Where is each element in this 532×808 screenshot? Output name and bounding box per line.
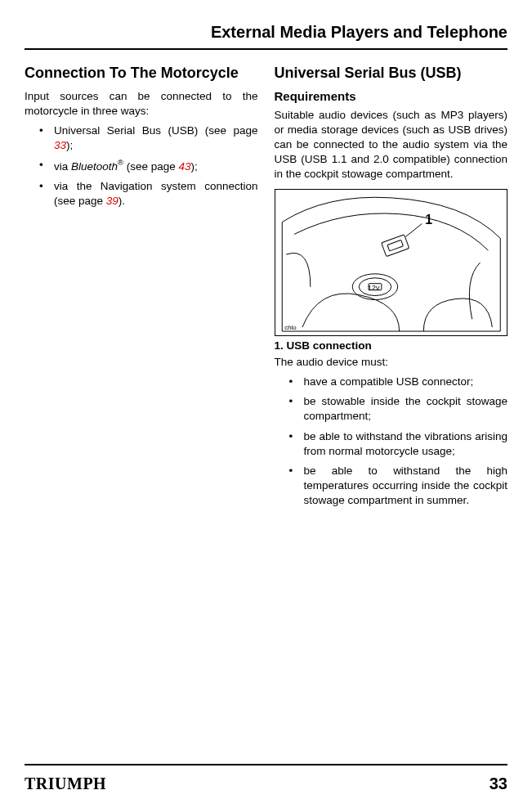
text: ); (191, 160, 198, 173)
triumph-logo: TRIUMPH (25, 774, 106, 793)
text: ). (118, 195, 125, 207)
figure-12v-label: 12v (368, 283, 380, 291)
page-header: External Media Players and Telephone (25, 23, 507, 42)
connection-item-bluetooth: via Bluetooth® (see page 43); (42, 158, 258, 174)
connection-item-usb: Universal Serial Bus (USB) (see page 33)… (42, 123, 258, 153)
right-column: Universal Serial Bus (USB) Requirements … (275, 65, 508, 514)
bluetooth-word: Bluetooth (71, 160, 118, 173)
requirements-heading: Requirements (275, 89, 508, 103)
header-rule (25, 48, 507, 50)
usb-figure: 1 12v chlo (275, 189, 508, 336)
requirements-list: have a compatible USB connector; be stow… (275, 375, 508, 509)
page-ref: 43 (179, 160, 191, 173)
left-heading: Connection To The Motorcycle (25, 65, 258, 83)
connection-list: Universal Serial Bus (USB) (see page 33)… (25, 123, 258, 209)
page: External Media Players and Telephone Con… (0, 0, 532, 808)
figure-callout-1: 1 (425, 212, 432, 226)
svg-rect-3 (381, 234, 409, 256)
connection-item-navigation: via the Navigation system connection (se… (42, 179, 258, 209)
requirement-item: have a compatible USB connector; (293, 375, 508, 389)
requirement-item: be stowable inside the cockpit stowage c… (293, 394, 508, 424)
text: via (54, 160, 71, 173)
page-ref: 39 (106, 195, 118, 207)
usb-diagram-svg: 1 12v chlo (275, 190, 507, 335)
right-heading: Universal Serial Bus (USB) (275, 65, 508, 83)
page-number: 33 (490, 774, 507, 793)
left-intro: Input sources can be connected to the mo… (25, 89, 258, 119)
text: via the Navigation system connection (se… (54, 180, 258, 207)
figure-tag: chlo (284, 324, 297, 331)
requirements-para: Suitable audio devices (such as MP3 play… (275, 108, 508, 182)
figure-caption: 1. USB connection (275, 339, 508, 352)
page-ref: 33 (54, 139, 66, 151)
footer-rule (25, 764, 507, 765)
content-columns: Connection To The Motorcycle Input sourc… (25, 65, 507, 514)
registered-mark: ® (118, 158, 123, 167)
text: (see page (123, 160, 179, 173)
device-must-lead: The audio device must: (275, 355, 508, 370)
text: Universal Serial Bus (USB) (see page (54, 124, 258, 137)
requirement-item: be able to withstand the vibrations aris… (293, 429, 508, 459)
svg-rect-4 (387, 240, 402, 251)
text: ); (66, 139, 73, 151)
requirement-item: be able to withstand the high temperatur… (293, 464, 508, 509)
svg-line-5 (405, 223, 422, 236)
left-column: Connection To The Motorcycle Input sourc… (25, 65, 258, 514)
